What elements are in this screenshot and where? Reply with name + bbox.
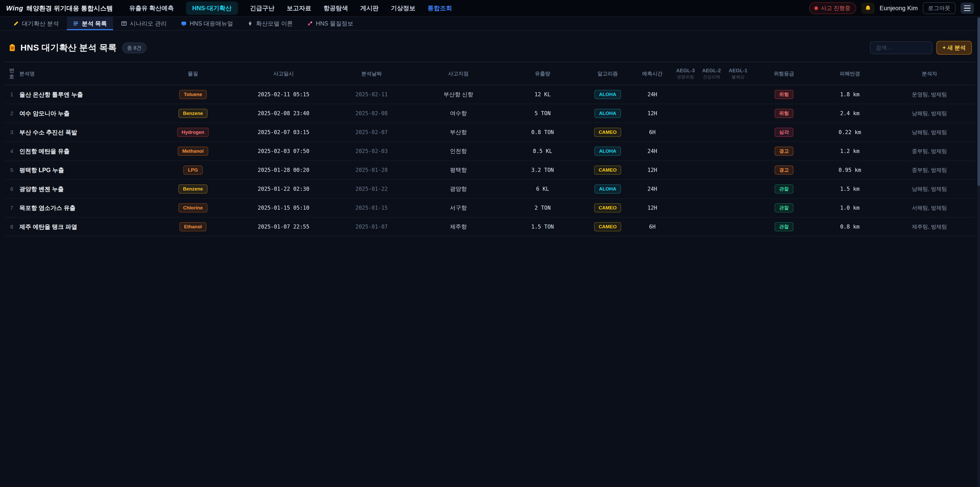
tab-dispersion-analysis[interactable]: 대기확산 분석 [7,17,65,30]
page-title: HNS 대기확산 분석 목록 [21,42,117,54]
total-count-badge: 총 8건 [122,42,147,53]
notifications-button[interactable] [861,3,875,14]
cell-risk: 심각 [751,128,817,137]
cell-analysis-name: 인천항 메탄올 유출 [19,147,147,155]
cell-accident-datetime: 2025-01-15 05:10 [239,205,328,211]
scrollbar-thumb[interactable] [977,18,980,186]
algorithm-badge: CAMEO [594,128,621,137]
table-row[interactable]: 3 부산 수소 추진선 폭발 Hydrogen 2025-02-07 03:15… [4,123,976,142]
cell-row-number: 6 [4,186,19,192]
nav-item-aerial-search[interactable]: 항공탐색 [324,4,348,12]
cell-risk: 위험 [751,109,817,118]
cell-row-number: 7 [4,205,19,211]
cell-amount: 1.5 TON [502,224,584,230]
tab-dispersion-model-theory[interactable]: 확산모델 이론 [241,17,299,30]
nav-item-hns-dispersion[interactable]: HNS·대기확산 [186,2,238,15]
scrollbar[interactable] [977,0,980,487]
cell-analyst: 남해팀, 방제팀 [883,129,976,136]
table-row[interactable]: 5 평택항 LPG 누출 LPG 2025-01-28 00:20 2025-0… [4,161,976,180]
tab-hns-response-manual[interactable]: HNS 대응매뉴얼 [175,17,239,30]
cell-analysis-name: 평택항 LPG 누출 [19,166,147,174]
substance-badge: Toluene [179,90,207,99]
header-name: 분석명 [19,70,147,77]
analysis-table-body: 1 울산 온산항 톨루엔 누출 Toluene 2025-02-11 05:15… [4,85,976,236]
app-title: 해양환경 위기대응 통합시스템 [26,4,113,13]
algorithm-badge: ALOHA [594,109,621,118]
algorithm-badge: CAMEO [594,222,621,232]
cell-forecast-time: 24H [632,148,673,154]
cell-row-number: 1 [4,91,19,97]
main-nav: 유출유 확산예측 HNS·대기확산 긴급구난 보고자료 항공탐색 게시판 기상정… [129,2,452,15]
header-location: 사고지점 [415,70,502,77]
cell-algorithm: ALOHA [584,147,632,156]
cell-algorithm: CAMEO [584,222,632,232]
cell-analysis-date: 2025-01-28 [328,167,415,173]
substance-badge: Chlorine [178,203,207,213]
table-row[interactable]: 1 울산 온산항 톨루엔 누출 Toluene 2025-02-11 05:15… [4,85,976,104]
cell-radius: 1.0 km [817,205,883,211]
cell-risk: 경고 [751,147,817,156]
cell-analysis-name: 여수 암모니아 누출 [19,110,147,118]
app-logo: Wing [6,4,23,12]
cell-analyst: 중부팀, 방제팀 [883,166,976,174]
nav-item-weather[interactable]: 기상정보 [391,4,415,12]
nav-item-integrated-search[interactable]: 통합조회 [428,4,452,12]
cell-algorithm: ALOHA [584,109,632,118]
cell-algorithm: CAMEO [584,166,632,175]
cell-accident-datetime: 2025-01-22 02:30 [239,186,328,192]
cell-amount: 3.2 TON [502,167,584,173]
header-accident-datetime: 사고일시 [239,70,328,77]
header-aegl1: AEGL-1불쾌감 [725,67,751,80]
nav-item-reports[interactable]: 보고자료 [287,4,311,12]
cell-substance: Ethanol [147,222,239,232]
incident-in-progress-badge: 사고 진행중 [809,2,856,14]
tab-analysis-list[interactable]: 분석 목록 [67,17,113,30]
header-amount: 유출량 [502,70,584,77]
substance-badge: Benzene [178,109,207,118]
table-row[interactable]: 6 광양항 벤젠 누출 Benzene 2025-01-22 02:30 202… [4,180,976,199]
analysis-table: 번호 분석명 물질 사고일시 분석날짜 사고지점 유출량 알고리즘 예측시간 A… [0,62,980,236]
cell-analysis-name: 광양항 벤젠 누출 [19,185,147,193]
risk-badge: 관찰 [775,203,794,213]
cell-amount: 6 KL [502,186,584,192]
cell-amount: 2 TON [502,205,584,211]
cell-risk: 관찰 [751,184,817,194]
cell-location: 광양항 [415,185,502,193]
nav-item-oil-spill[interactable]: 유출유 확산예측 [129,4,174,12]
user-name: Eunjeong Kim [880,5,918,12]
list-icon [73,21,79,26]
pen-nib-icon [247,21,253,26]
algorithm-badge: CAMEO [594,203,621,213]
cell-analysis-date: 2025-02-08 [328,110,415,117]
cell-analysis-date: 2025-01-15 [328,205,415,211]
cell-substance: Hydrogen [147,128,239,137]
risk-badge: 위험 [775,109,794,118]
cell-accident-datetime: 2025-02-08 23:40 [239,110,328,117]
nav-item-emergency-rescue[interactable]: 긴급구난 [250,4,275,12]
cell-risk: 관찰 [751,222,817,232]
cell-accident-datetime: 2025-02-07 03:15 [239,129,328,135]
algorithm-badge: CAMEO [594,166,621,175]
cell-forecast-time: 24H [632,91,673,97]
tab-scenario-management[interactable]: 시나리오 관리 [115,17,173,30]
new-analysis-button[interactable]: + 새 분석 [936,41,972,55]
table-row[interactable]: 8 제주 에탄올 탱크 파열 Ethanol 2025-01-07 22:55 … [4,217,976,236]
cell-analyst: 제주팀, 방제팀 [883,223,976,230]
sub-tab-bar: 대기확산 분석 분석 목록 시나리오 관리 HNS 대응매뉴얼 확산모델 이론 … [0,17,980,30]
tab-hns-substance-info[interactable]: HNS 물질정보 [301,17,360,30]
nav-item-board[interactable]: 게시판 [360,4,379,12]
hamburger-menu-button[interactable] [961,3,974,14]
cell-row-number: 4 [4,148,19,154]
topbar-right-section: 사고 진행중 Eunjeong Kim 로그아웃 [809,2,974,14]
hamburger-icon [964,5,970,6]
search-input[interactable] [870,42,932,54]
header-risk: 위험등급 [751,70,817,77]
table-row[interactable]: 2 여수 암모니아 누출 Benzene 2025-02-08 23:40 20… [4,104,976,123]
cell-amount: 0.8 TON [502,129,584,135]
logout-button[interactable]: 로그아웃 [923,2,956,14]
substance-badge: Benzene [178,184,207,194]
cell-analysis-date: 2025-01-07 [328,224,415,230]
table-row[interactable]: 4 인천항 메탄올 유출 Methanol 2025-02-03 07:50 2… [4,142,976,161]
table-row[interactable]: 7 목포항 염소가스 유출 Chlorine 2025-01-15 05:10 … [4,199,976,217]
substance-badge: LPG [183,166,202,175]
